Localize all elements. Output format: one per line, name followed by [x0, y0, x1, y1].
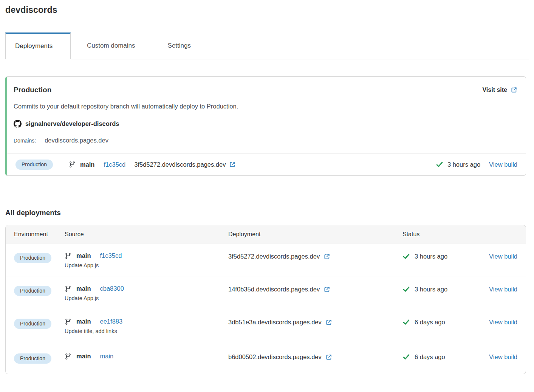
- commit-message: Update title, add links: [65, 328, 228, 334]
- git-branch-icon: [65, 353, 71, 360]
- deployment-cell: 3db51e3a.devdiscords.pages.dev: [228, 318, 402, 326]
- environment-cell: Production: [14, 318, 65, 329]
- deployment-url: 3db51e3a.devdiscords.pages.dev: [228, 319, 322, 326]
- source-cell: main f1c35cd Update App.js: [65, 252, 228, 268]
- commit-link[interactable]: cba8300: [100, 285, 124, 292]
- branch-name: main: [76, 285, 91, 292]
- column-header-environment: Environment: [14, 231, 65, 238]
- environment-badge: Production: [15, 160, 53, 170]
- external-link-icon[interactable]: [325, 354, 332, 361]
- deployments-table-body: Production main f1c35cd Update App.js 3f…: [6, 243, 526, 374]
- commit-link[interactable]: f1c35cd: [104, 161, 125, 168]
- status-time: 3 hours ago: [415, 253, 447, 260]
- git-branch-icon: [65, 253, 71, 259]
- check-icon: [402, 353, 410, 361]
- check-icon: [402, 318, 410, 326]
- view-build-link[interactable]: View build: [489, 161, 517, 168]
- commit-link[interactable]: ee1f883: [100, 318, 123, 325]
- external-link-icon: [511, 87, 517, 93]
- check-icon: [402, 285, 410, 293]
- view-build-link[interactable]: View build: [489, 286, 517, 293]
- view-build-link[interactable]: View build: [489, 319, 517, 325]
- column-header-deployment: Deployment: [228, 231, 402, 238]
- deployments-table: Environment Source Deployment Status Pro…: [5, 225, 526, 374]
- visit-site-label: Visit site: [482, 87, 507, 93]
- tab-custom-domains[interactable]: Custom domains: [71, 33, 152, 59]
- action-cell: View build: [485, 353, 517, 361]
- page-title: devdiscords: [5, 5, 529, 15]
- deployment-url: 3f5d5272.devdiscords.pages.dev: [228, 253, 320, 260]
- domains-value: devdiscords.pages.dev: [45, 137, 108, 144]
- column-header-source: Source: [65, 231, 228, 238]
- check-icon: [436, 161, 443, 168]
- status-cell: 3 hours ago: [402, 285, 485, 293]
- deployment-url: 14f0b35d.devdiscords.pages.dev: [228, 286, 320, 293]
- commit-message: Update App.js: [65, 262, 228, 268]
- git-branch-icon: [65, 285, 71, 292]
- source-cell: main cba8300 Update App.js: [65, 285, 228, 301]
- production-deployment-row: Production main f1c35cd 3f5d5272.devdisc…: [7, 153, 526, 175]
- visit-site-link[interactable]: Visit site: [482, 87, 517, 93]
- environment-cell: Production: [14, 252, 65, 263]
- branch-name: main: [76, 353, 91, 360]
- external-link-icon[interactable]: [229, 161, 236, 168]
- source-cell: main main: [65, 353, 228, 360]
- table-row: Production main f1c35cd Update App.js 3f…: [6, 243, 526, 276]
- external-link-icon[interactable]: [325, 319, 332, 326]
- all-deployments-title: All deployments: [5, 209, 529, 217]
- table-row: Production main main b6d00502.devdiscord…: [6, 342, 526, 374]
- status-cell: 3 hours ago: [402, 252, 485, 260]
- table-header: Environment Source Deployment Status: [6, 225, 526, 243]
- tab-settings[interactable]: Settings: [152, 33, 207, 59]
- production-card: Production Visit site Commits to your de…: [5, 76, 526, 176]
- git-branch-icon: [69, 161, 76, 168]
- repo-name: signalnerve/developer-discords: [25, 120, 119, 127]
- deployment-url: 3f5d5272.devdiscords.pages.dev: [134, 161, 226, 168]
- status-time: 3 hours ago: [415, 286, 447, 293]
- branch-name: main: [76, 252, 91, 259]
- action-cell: View build: [485, 285, 517, 293]
- status-cell: 6 days ago: [402, 318, 485, 326]
- action-cell: View build: [485, 318, 517, 326]
- check-icon: [402, 253, 410, 260]
- environment-cell: Production: [14, 285, 65, 296]
- deployment-url: b6d00502.devdiscords.pages.dev: [228, 353, 322, 361]
- tabbar: Deployments Custom domains Settings: [5, 33, 529, 59]
- environment-badge: Production: [14, 353, 51, 364]
- branch-name: main: [80, 161, 95, 168]
- column-header-status: Status: [402, 231, 485, 238]
- external-link-icon[interactable]: [323, 253, 330, 260]
- commit-link[interactable]: f1c35cd: [100, 252, 122, 259]
- domains-label: Domains:: [14, 138, 36, 144]
- status-time: 6 days ago: [415, 353, 445, 361]
- commit-message: Update App.js: [65, 295, 228, 301]
- tab-deployments[interactable]: Deployments: [5, 33, 71, 59]
- github-icon: [14, 120, 22, 128]
- table-row: Production main cba8300 Update App.js 14…: [6, 276, 526, 309]
- view-build-link[interactable]: View build: [489, 253, 517, 260]
- external-link-icon[interactable]: [323, 286, 330, 293]
- environment-badge: Production: [14, 253, 51, 263]
- status-cell: 6 days ago: [402, 353, 485, 361]
- branch-name: main: [76, 318, 91, 325]
- commit-link[interactable]: main: [100, 353, 114, 360]
- production-card-title: Production: [14, 86, 51, 94]
- git-branch-icon: [65, 318, 71, 325]
- production-description: Commits to your default repository branc…: [14, 103, 517, 110]
- table-row: Production main ee1f883 Update title, ad…: [6, 309, 526, 342]
- source-cell: main ee1f883 Update title, add links: [65, 318, 228, 334]
- status-time: 6 days ago: [415, 319, 445, 326]
- deployment-cell: 3f5d5272.devdiscords.pages.dev: [228, 252, 402, 260]
- deployment-cell: b6d00502.devdiscords.pages.dev: [228, 353, 402, 361]
- deployment-cell: 14f0b35d.devdiscords.pages.dev: [228, 285, 402, 293]
- environment-badge: Production: [14, 319, 51, 329]
- view-build-link[interactable]: View build: [489, 353, 517, 360]
- status-time: 3 hours ago: [447, 161, 480, 168]
- environment-cell: Production: [14, 353, 65, 364]
- environment-badge: Production: [14, 286, 51, 296]
- action-cell: View build: [485, 252, 517, 260]
- pages-project-page: devdiscords Deployments Custom domains S…: [0, 0, 534, 374]
